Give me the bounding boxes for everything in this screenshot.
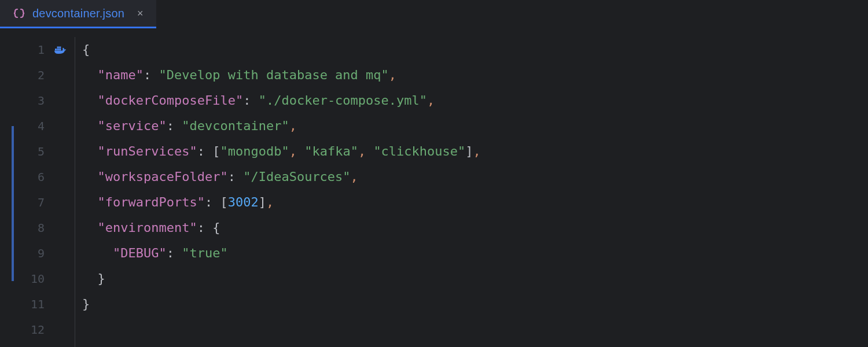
line-number: 3 [0, 88, 75, 113]
close-icon[interactable]: × [135, 6, 146, 21]
tab-filename: devcontainer.json [32, 7, 124, 20]
code-area[interactable]: { "name": "Develop with database and mq"… [75, 37, 868, 347]
editor[interactable]: 1 2 3 4 5 6 7 8 9 10 11 12 { "name" [0, 29, 868, 347]
svg-rect-4 [59, 46, 61, 48]
code-line [82, 317, 868, 342]
code-line: "name": "Develop with database and mq", [82, 62, 868, 88]
code-line: "environment": { [82, 215, 868, 241]
line-number: 5 [0, 139, 75, 164]
line-number: 4 [0, 113, 75, 139]
svg-rect-2 [59, 49, 61, 50]
code-line: "dockerComposeFile": "./docker-compose.y… [82, 88, 868, 113]
docker-icon[interactable] [54, 45, 67, 55]
line-number: 12 [0, 317, 75, 342]
code-line: } [82, 291, 868, 317]
line-number: 11 [0, 291, 75, 317]
line-number: 1 [0, 37, 75, 62]
code-line: { [82, 37, 868, 62]
tab-devcontainer[interactable]: devcontainer.json × [0, 0, 156, 28]
line-number: 6 [0, 164, 75, 190]
code-line: } [82, 266, 868, 291]
svg-rect-3 [57, 46, 59, 48]
tab-bar: devcontainer.json × [0, 0, 868, 29]
line-number: 2 [0, 62, 75, 88]
code-line: "forwardPorts": [3002], [82, 190, 868, 215]
json-file-icon [13, 7, 25, 20]
line-number: 10 [0, 266, 75, 291]
code-line: "runServices": ["mongodb", "kafka", "cli… [82, 139, 868, 164]
line-number: 9 [0, 241, 75, 266]
gutter: 1 2 3 4 5 6 7 8 9 10 11 12 [0, 37, 75, 347]
line-number: 8 [0, 215, 75, 241]
code-line: "DEBUG": "true" [82, 241, 868, 266]
svg-rect-1 [57, 49, 59, 50]
line-number: 7 [0, 190, 75, 215]
code-line: "service": "devcontainer", [82, 113, 868, 139]
code-line: "workspaceFolder": "/IdeaSources", [82, 164, 868, 190]
svg-rect-0 [55, 49, 57, 50]
